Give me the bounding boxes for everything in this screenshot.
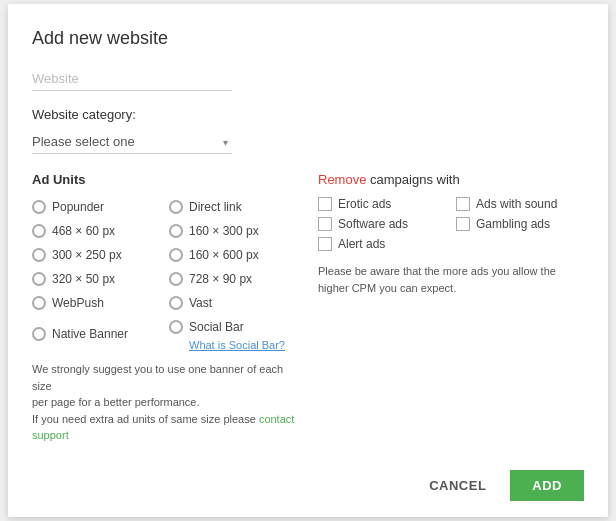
ad-unit-native-banner-label: Native Banner — [52, 327, 128, 341]
suggestion-text: We strongly suggest you to use one banne… — [32, 361, 298, 444]
cancel-button[interactable]: CANCEL — [413, 470, 502, 501]
radio-160x600[interactable] — [169, 248, 183, 262]
checkbox-erotic-ads[interactable] — [318, 197, 332, 211]
ad-unit-160x300[interactable]: 160 × 300 px — [169, 221, 298, 241]
add-button[interactable]: ADD — [510, 470, 584, 501]
radio-320x50[interactable] — [32, 272, 46, 286]
ad-unit-social-bar-label: Social Bar — [189, 320, 244, 334]
campaign-gambling-ads-label: Gambling ads — [476, 217, 550, 231]
checkbox-ads-with-sound[interactable] — [456, 197, 470, 211]
campaign-alert-ads-label: Alert ads — [338, 237, 385, 251]
cpm-note-line1: Please be aware that the more ads you al… — [318, 265, 556, 277]
ad-unit-webpush[interactable]: WebPush — [32, 293, 161, 313]
campaign-ads-with-sound[interactable]: Ads with sound — [456, 197, 584, 211]
ad-unit-320x50[interactable]: 320 × 50 px — [32, 269, 161, 289]
radio-social-bar[interactable] — [169, 320, 183, 334]
right-column: Remove campaigns with Erotic ads Ads wit… — [318, 172, 584, 444]
ad-unit-social-bar-wrapper: Social Bar What is Social Bar? — [169, 317, 298, 351]
campaign-software-ads[interactable]: Software ads — [318, 217, 446, 231]
category-select[interactable]: Please select one — [32, 130, 232, 154]
ad-unit-webpush-label: WebPush — [52, 296, 104, 310]
ad-unit-vast-label: Vast — [189, 296, 212, 310]
suggestion-line3: If you need extra ad units of same size … — [32, 413, 256, 425]
remove-word: Remove — [318, 172, 366, 187]
ad-unit-direct-link-label: Direct link — [189, 200, 242, 214]
dialog-footer: CANCEL ADD — [32, 454, 584, 517]
ad-unit-popunder-label: Popunder — [52, 200, 104, 214]
cpm-note-line2: higher CPM you can expect. — [318, 282, 456, 294]
ad-unit-300x250[interactable]: 300 × 250 px — [32, 245, 161, 265]
suggestion-line1: We strongly suggest you to use one banne… — [32, 363, 283, 392]
category-label: Website category: — [32, 107, 584, 122]
ad-units-grid: Popunder Direct link 468 × 60 px 160 × 3… — [32, 197, 298, 351]
campaign-alert-ads[interactable]: Alert ads — [318, 237, 446, 251]
radio-728x90[interactable] — [169, 272, 183, 286]
ad-unit-social-bar[interactable]: Social Bar — [169, 317, 298, 337]
ad-unit-728x90[interactable]: 728 × 90 px — [169, 269, 298, 289]
ad-unit-direct-link[interactable]: Direct link — [169, 197, 298, 217]
ad-unit-468x60-label: 468 × 60 px — [52, 224, 115, 238]
campaign-software-ads-label: Software ads — [338, 217, 408, 231]
ad-unit-160x600-label: 160 × 600 px — [189, 248, 259, 262]
ad-units-label: Ad Units — [32, 172, 298, 187]
remove-campaigns-label: Remove campaigns with — [318, 172, 584, 187]
cpm-note: Please be aware that the more ads you al… — [318, 263, 584, 296]
radio-468x60[interactable] — [32, 224, 46, 238]
suggestion-line2: per page for a better performance. — [32, 396, 200, 408]
ad-unit-160x600[interactable]: 160 × 600 px — [169, 245, 298, 265]
ad-unit-popunder[interactable]: Popunder — [32, 197, 161, 217]
ad-unit-vast[interactable]: Vast — [169, 293, 298, 313]
campaign-erotic-ads-label: Erotic ads — [338, 197, 391, 211]
add-website-dialog: Add new website Website category: Please… — [8, 4, 608, 517]
left-column: Ad Units Popunder Direct link 468 × 60 p… — [32, 172, 298, 444]
radio-webpush[interactable] — [32, 296, 46, 310]
what-is-social-bar-link[interactable]: What is Social Bar? — [189, 339, 298, 351]
ad-unit-160x300-label: 160 × 300 px — [189, 224, 259, 238]
radio-native-banner[interactable] — [32, 327, 46, 341]
checkbox-software-ads[interactable] — [318, 217, 332, 231]
radio-popunder[interactable] — [32, 200, 46, 214]
remove-label-rest: campaigns with — [366, 172, 459, 187]
ad-unit-300x250-label: 300 × 250 px — [52, 248, 122, 262]
ad-unit-320x50-label: 320 × 50 px — [52, 272, 115, 286]
dialog-title: Add new website — [32, 28, 584, 49]
campaign-grid: Erotic ads Ads with sound Software ads G… — [318, 197, 584, 251]
website-input[interactable] — [32, 67, 232, 91]
checkbox-alert-ads[interactable] — [318, 237, 332, 251]
radio-160x300[interactable] — [169, 224, 183, 238]
campaign-ads-with-sound-label: Ads with sound — [476, 197, 557, 211]
radio-300x250[interactable] — [32, 248, 46, 262]
category-select-wrapper[interactable]: Please select one ▾ — [32, 130, 232, 154]
ad-unit-728x90-label: 728 × 90 px — [189, 272, 252, 286]
campaign-gambling-ads[interactable]: Gambling ads — [456, 217, 584, 231]
ad-unit-native-banner[interactable]: Native Banner — [32, 317, 161, 351]
radio-vast[interactable] — [169, 296, 183, 310]
main-content: Ad Units Popunder Direct link 468 × 60 p… — [32, 172, 584, 444]
radio-direct-link[interactable] — [169, 200, 183, 214]
ad-unit-468x60[interactable]: 468 × 60 px — [32, 221, 161, 241]
checkbox-gambling-ads[interactable] — [456, 217, 470, 231]
campaign-erotic-ads[interactable]: Erotic ads — [318, 197, 446, 211]
